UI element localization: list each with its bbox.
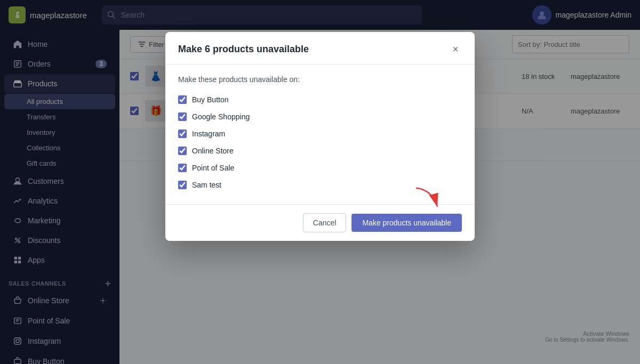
- channel-checkbox-point-of-sale[interactable]: [178, 164, 187, 172]
- modal-header: Make 6 products unavailable ×: [165, 32, 475, 64]
- channel-item-instagram[interactable]: Instagram: [178, 125, 462, 142]
- make-unavailable-modal: Make 6 products unavailable × Make these…: [165, 32, 475, 241]
- make-products-unavailable-button[interactable]: Make products unavailable: [351, 214, 462, 232]
- channel-item-point-of-sale[interactable]: Point of Sale: [178, 159, 462, 176]
- modal-footer: Cancel Make products unavailable: [165, 204, 475, 241]
- modal-overlay[interactable]: Make 6 products unavailable × Make these…: [0, 0, 640, 364]
- channel-item-buy-button[interactable]: Buy Button: [178, 91, 462, 108]
- channel-checkbox-instagram[interactable]: [178, 130, 187, 138]
- modal-close-button[interactable]: ×: [449, 43, 462, 55]
- modal-title: Make 6 products unavailable: [178, 44, 309, 55]
- channel-item-online-store[interactable]: Online Store: [178, 142, 462, 159]
- channel-checkbox-online-store[interactable]: [178, 147, 187, 155]
- channel-checkbox-sam-test[interactable]: [178, 181, 187, 189]
- channel-item-google-shopping[interactable]: Google Shopping: [178, 108, 462, 125]
- modal-body: Make these products unavailable on: Buy …: [165, 64, 475, 204]
- channel-checkbox-google-shopping[interactable]: [178, 112, 187, 121]
- cancel-button[interactable]: Cancel: [303, 213, 347, 232]
- modal-subtitle: Make these products unavailable on:: [178, 75, 462, 84]
- channel-checkbox-buy-button[interactable]: [178, 95, 187, 104]
